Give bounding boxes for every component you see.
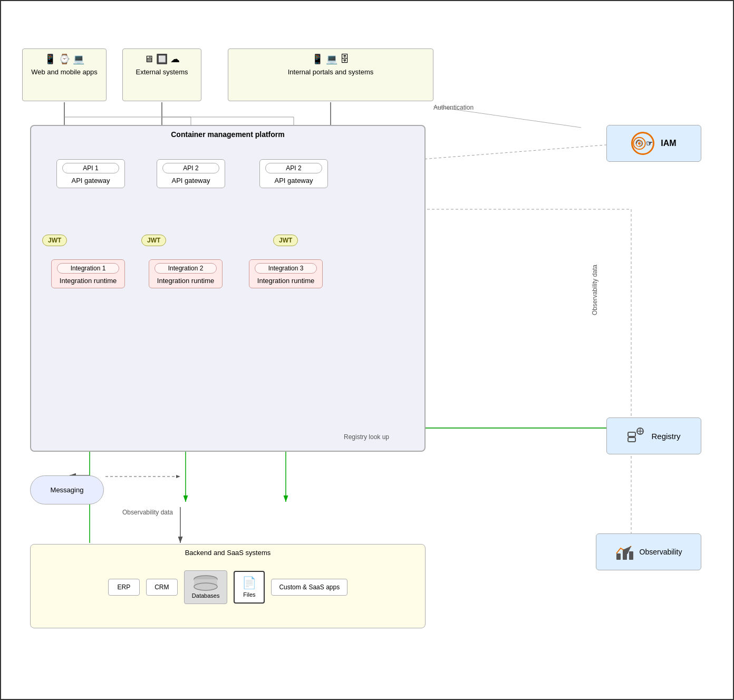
internal-server-icon: 🗄 <box>340 54 350 65</box>
external-icons: 🖥 🔲 ☁ <box>129 53 195 65</box>
observability-data-bottom-label: Observability data <box>122 509 173 516</box>
internal-icons: 📱 💻 🗄 <box>235 53 427 65</box>
files-label: Files <box>243 591 255 598</box>
api3-id: API 2 <box>265 163 322 173</box>
source-web-box: 📱 ⌚ 💻 Web and mobile apps <box>22 48 107 101</box>
integration-runtime-1: Integration 1 Integration runtime <box>51 259 125 288</box>
svg-point-34 <box>638 142 641 145</box>
registry-label: Registry <box>651 432 680 441</box>
server-icon: 🖥 <box>144 54 153 65</box>
backend-saas: Custom & SaaS apps <box>271 579 347 596</box>
svg-rect-40 <box>616 553 621 560</box>
api-gateway-2: API 2 API gateway <box>157 159 225 188</box>
api-gateway-1: API 1 API gateway <box>56 159 125 188</box>
messaging-label: Messaging <box>51 486 84 494</box>
backend-title: Backend and SaaS systems <box>31 545 425 561</box>
api1-id: API 1 <box>62 163 119 173</box>
registry-box: Registry <box>606 417 701 454</box>
api2-id: API 2 <box>162 163 219 173</box>
svg-rect-42 <box>629 551 633 560</box>
backend-files: 📄 Files <box>234 571 265 604</box>
int1-label: Integration runtime <box>57 277 119 285</box>
internal-label: Internal portals and systems <box>235 68 427 76</box>
jwt-badge-1: JWT <box>42 235 67 246</box>
watch-icon: ⌚ <box>59 53 70 65</box>
internal-mobile-icon: 📱 <box>312 53 323 65</box>
fingerprint-icon <box>631 132 654 155</box>
api3-label: API gateway <box>265 177 322 184</box>
svg-rect-35 <box>628 432 635 436</box>
int3-label: Integration runtime <box>255 277 317 285</box>
observability-box: Observability <box>596 533 701 570</box>
source-external-box: 🖥 🔲 ☁ External systems <box>122 48 201 101</box>
integration-runtime-2: Integration 2 Integration runtime <box>149 259 223 288</box>
laptop-icon: 💻 <box>73 53 84 65</box>
backend-container: Backend and SaaS systems ERP CRM Databas… <box>30 544 426 628</box>
backend-erp: ERP <box>108 579 140 596</box>
source-internal-box: 📱 💻 🗄 Internal portals and systems <box>228 48 433 101</box>
internal-laptop-icon: 💻 <box>326 53 337 65</box>
observability-data-right-label: Observability data <box>591 265 598 315</box>
int1-id: Integration 1 <box>57 263 119 274</box>
platform-title: Container management platform <box>31 126 424 143</box>
api-gateway-3: API 2 API gateway <box>259 159 328 188</box>
api1-label: API gateway <box>62 177 119 184</box>
observability-label: Observability <box>640 548 682 556</box>
int2-id: Integration 2 <box>154 263 217 274</box>
jwt-badge-3: JWT <box>273 235 298 246</box>
iam-box: IAM <box>606 125 701 162</box>
int2-label: Integration runtime <box>154 277 217 285</box>
databases-label: Databases <box>192 592 220 599</box>
registry-icon <box>627 425 646 448</box>
observability-icon <box>615 542 634 562</box>
mobile-icon: 📱 <box>44 53 56 65</box>
web-icons: 📱 ⌚ 💻 <box>29 53 100 65</box>
svg-rect-36 <box>628 438 635 442</box>
integration-runtime-3: Integration 3 Integration runtime <box>249 259 323 288</box>
external-label: External systems <box>129 68 195 76</box>
svg-point-45 <box>194 583 217 590</box>
api2-label: API gateway <box>162 177 219 184</box>
cloud-icon: ☁ <box>170 53 180 65</box>
iam-label: IAM <box>661 139 676 148</box>
authentication-label: Authentication <box>433 104 474 111</box>
web-label: Web and mobile apps <box>29 68 100 76</box>
int3-id: Integration 3 <box>255 263 317 274</box>
diagram-container: 📱 ⌚ 💻 Web and mobile apps 🖥 🔲 ☁ External… <box>0 0 734 700</box>
registry-lookup-label: Registry look up <box>344 433 389 441</box>
jwt-badge-2: JWT <box>141 235 166 246</box>
backend-databases: Databases <box>184 570 228 604</box>
backend-items: ERP CRM Databases 📄 Files Custom & SaaS … <box>31 561 425 614</box>
chip-icon: 🔲 <box>156 53 168 65</box>
backend-crm: CRM <box>146 579 178 596</box>
messaging-box: Messaging <box>30 475 104 504</box>
